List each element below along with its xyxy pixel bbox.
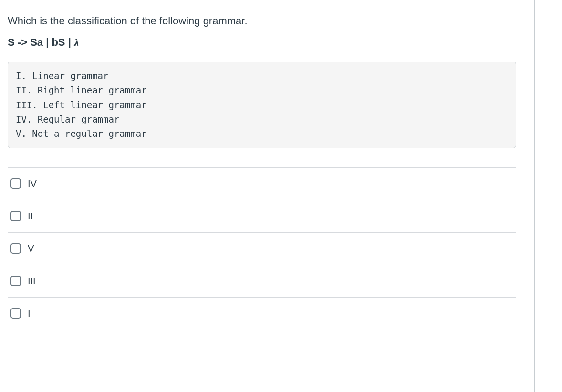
answer-row[interactable]: III xyxy=(8,265,516,298)
question-column: Which is the classification of the follo… xyxy=(0,0,528,392)
checkbox-icon[interactable] xyxy=(10,178,21,189)
checkbox-icon[interactable] xyxy=(10,243,21,254)
answer-label: V xyxy=(28,243,34,254)
page-container: Which is the classification of the follo… xyxy=(0,0,562,392)
answer-row[interactable]: II xyxy=(8,200,516,233)
checkbox-icon[interactable] xyxy=(10,211,21,221)
answer-label: II xyxy=(28,211,33,222)
grammar-arrow: -> xyxy=(18,36,27,48)
answer-row[interactable]: V xyxy=(8,233,516,265)
code-line-4: IV. Regular grammar xyxy=(16,114,119,124)
answer-row[interactable]: IV xyxy=(8,168,516,200)
right-sidebar-gutter xyxy=(528,0,535,392)
answer-label: I xyxy=(28,308,31,319)
classification-options-box: I. Linear grammar II. Right linear gramm… xyxy=(8,62,516,148)
answer-label: III xyxy=(28,276,36,287)
code-line-5: V. Not a regular grammar xyxy=(16,128,147,139)
checkbox-icon[interactable] xyxy=(10,276,21,286)
code-line-1: I. Linear grammar xyxy=(16,71,108,81)
right-sidebar xyxy=(528,0,562,392)
grammar-lhs: S xyxy=(8,36,15,48)
grammar-rhs: Sa | bS | xyxy=(30,36,74,48)
code-line-3: III. Left linear grammar xyxy=(16,100,147,110)
code-line-2: II. Right linear grammar xyxy=(16,85,147,95)
answer-row[interactable]: I xyxy=(8,298,516,330)
answer-list: IV II V III I xyxy=(8,167,516,330)
grammar-production: S -> Sa | bS | λ xyxy=(8,36,516,49)
answer-label: IV xyxy=(28,178,37,189)
checkbox-icon[interactable] xyxy=(10,308,21,319)
grammar-lambda: λ xyxy=(74,36,79,49)
question-prompt: Which is the classification of the follo… xyxy=(8,13,516,29)
